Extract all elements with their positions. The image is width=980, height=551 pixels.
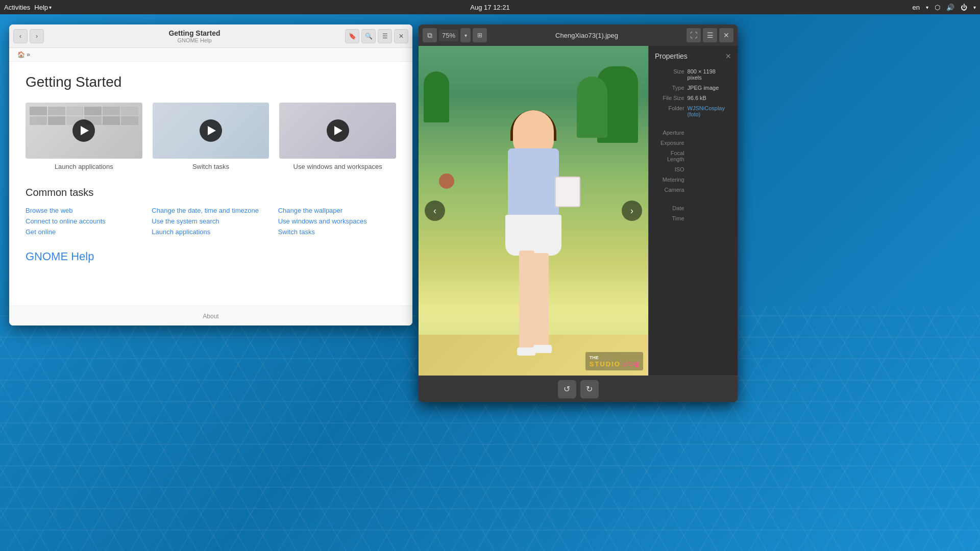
image-titlebar-left: ⧉ 75% ▾ ⊞ bbox=[423, 28, 487, 42]
chevron-right-icon: › bbox=[630, 206, 633, 216]
task-system-search[interactable]: Use the system search bbox=[152, 217, 270, 225]
zoom-chevron-button[interactable]: ▾ bbox=[460, 28, 471, 42]
prop-size-value: 800 × 1198 pixels bbox=[688, 68, 731, 81]
help-menu-label: Help bbox=[34, 4, 48, 11]
tasks-grid: Browse the web Change the date, time and… bbox=[26, 207, 396, 236]
help-footer: About bbox=[9, 306, 412, 325]
language-indicator[interactable]: en bbox=[913, 4, 920, 11]
prop-size-label: Size bbox=[655, 68, 688, 74]
task-switch-tasks[interactable]: Switch tasks bbox=[278, 228, 396, 236]
image-prev-button[interactable]: ‹ bbox=[425, 201, 445, 221]
play-button-workspaces[interactable] bbox=[327, 119, 349, 142]
prop-camera-label: Camera bbox=[655, 187, 688, 193]
prop-time-row: Time bbox=[655, 215, 731, 221]
photo-display bbox=[419, 46, 648, 375]
task-wallpaper[interactable]: Change the wallpaper bbox=[278, 207, 396, 214]
topbar-right: en ▾ ⬡ 🔊 ⏻ ▾ bbox=[913, 4, 980, 11]
prop-aperture-label: Aperture bbox=[655, 130, 688, 136]
task-launch-apps[interactable]: Launch applications bbox=[152, 228, 270, 236]
video-thumbnail-workspaces[interactable] bbox=[279, 103, 396, 159]
prop-exposure-label: Exposure bbox=[655, 140, 688, 146]
help-bookmark-button[interactable]: 🔖 bbox=[345, 29, 359, 43]
help-window-title: Getting Started bbox=[44, 29, 345, 37]
help-search-button[interactable]: 🔍 bbox=[361, 29, 376, 43]
prop-metering-row: Metering bbox=[655, 177, 731, 183]
person-leg-right bbox=[533, 253, 549, 353]
video-card-workspaces[interactable]: Use windows and workspaces bbox=[279, 103, 396, 170]
prop-camera-row: Camera bbox=[655, 187, 731, 193]
image-rotate-right-button[interactable]: ↻ bbox=[580, 380, 599, 398]
prop-filesize-value: 96.6 kB bbox=[688, 95, 731, 101]
image-rotate-left-button[interactable]: ↺ bbox=[558, 380, 576, 398]
topbar: Activities Help ▾ Aug 17 12:21 en ▾ ⬡ 🔊 … bbox=[0, 0, 980, 14]
prop-iso-row: ISO bbox=[655, 166, 731, 172]
sound-icon[interactable]: 🔊 bbox=[946, 4, 954, 11]
topbar-datetime[interactable]: Aug 17 12:21 bbox=[470, 4, 509, 11]
help-content: Getting Started bbox=[9, 62, 412, 306]
task-get-online[interactable]: Get online bbox=[26, 228, 143, 236]
prop-type-label: Type bbox=[655, 85, 688, 91]
about-link[interactable]: About bbox=[203, 313, 218, 320]
bg-sign bbox=[439, 173, 454, 189]
help-titlebar: ‹ › Getting Started GNOME Help 🔖 🔍 ☰ ✕ bbox=[9, 24, 412, 48]
chevron-down-icon[interactable]: ▾ bbox=[926, 5, 928, 10]
task-windows-workspaces[interactable]: Use windows and workspaces bbox=[278, 217, 396, 225]
chevron-left-icon: ‹ bbox=[433, 206, 436, 216]
image-next-button[interactable]: › bbox=[622, 201, 642, 221]
image-fullscreen-button[interactable]: ⛶ bbox=[687, 28, 701, 42]
power-icon[interactable]: ⏻ bbox=[961, 4, 967, 11]
play-button-switch[interactable] bbox=[200, 119, 222, 142]
help-actions: 🔖 🔍 ☰ ✕ bbox=[345, 29, 408, 43]
properties-header: Properties ✕ bbox=[655, 52, 731, 60]
prop-folder-label: Folder bbox=[655, 105, 688, 111]
person-bag bbox=[555, 177, 580, 207]
image-fit-button[interactable]: ⊞ bbox=[473, 28, 487, 42]
topbar-left: Activities Help ▾ bbox=[0, 4, 52, 11]
prop-iso-label: ISO bbox=[655, 166, 688, 172]
help-breadcrumb: 🏠 » bbox=[9, 48, 412, 62]
person-skirt bbox=[505, 215, 561, 256]
task-browse-web[interactable]: Browse the web bbox=[26, 207, 143, 214]
play-triangle-icon-3 bbox=[334, 126, 342, 135]
bg-tree-3 bbox=[424, 71, 449, 122]
prop-metering-label: Metering bbox=[655, 177, 688, 183]
task-date-time[interactable]: Change the date, time and timezone bbox=[152, 207, 270, 214]
properties-close-button[interactable]: ✕ bbox=[725, 52, 731, 60]
help-menu[interactable]: Help ▾ bbox=[34, 4, 52, 11]
video-card-switch[interactable]: Switch tasks bbox=[153, 103, 270, 170]
common-tasks-title: Common tasks bbox=[26, 187, 396, 198]
image-titlebar: ⧉ 75% ▾ ⊞ ChengXiao73(1).jpeg ⛶ ☰ ✕ bbox=[419, 24, 738, 46]
desktop: ‹ › Getting Started GNOME Help 🔖 🔍 ☰ ✕ 🏠… bbox=[0, 0, 980, 551]
image-copy-button[interactable]: ⧉ bbox=[423, 28, 437, 42]
help-close-button[interactable]: ✕ bbox=[394, 29, 408, 43]
network-icon[interactable]: ⬡ bbox=[935, 4, 940, 11]
prop-focal-row: Focal Length bbox=[655, 150, 731, 162]
help-window: ‹ › Getting Started GNOME Help 🔖 🔍 ☰ ✕ 🏠… bbox=[9, 24, 412, 325]
person-leg-left bbox=[519, 251, 534, 353]
image-bottom-toolbar: ↺ ↻ bbox=[419, 375, 738, 402]
video-thumbnail-switch[interactable] bbox=[153, 103, 270, 159]
video-label-workspaces: Use windows and workspaces bbox=[279, 163, 396, 170]
gnome-help-link[interactable]: GNOME Help bbox=[26, 250, 94, 263]
help-back-button[interactable]: ‹ bbox=[13, 29, 28, 43]
prop-date-label: Date bbox=[655, 205, 688, 211]
activities-button[interactable]: Activities bbox=[4, 4, 30, 11]
play-button-launch[interactable] bbox=[72, 119, 95, 142]
play-triangle-icon-2 bbox=[208, 126, 216, 135]
properties-title: Properties bbox=[655, 52, 688, 60]
help-menu-button[interactable]: ☰ bbox=[378, 29, 392, 43]
image-menu-button[interactable]: ☰ bbox=[703, 28, 717, 42]
watermark-studio: THE STUDIO 스디뗄 bbox=[590, 354, 639, 368]
prop-focal-label: Focal Length bbox=[655, 150, 688, 162]
prop-date-row: Date bbox=[655, 205, 731, 211]
photo-person bbox=[477, 110, 590, 375]
help-window-subtitle: GNOME Help bbox=[44, 37, 345, 43]
power-arrow[interactable]: ▾ bbox=[973, 5, 976, 10]
video-thumbnail-launch[interactable] bbox=[26, 103, 142, 159]
prop-folder-value[interactable]: WJSNiCosplay (foto) bbox=[688, 105, 731, 117]
task-online-accounts[interactable]: Connect to online accounts bbox=[26, 217, 143, 225]
image-close-button[interactable]: ✕ bbox=[719, 28, 733, 42]
help-forward-button[interactable]: › bbox=[30, 29, 44, 43]
prop-filesize-row: File Size 96.6 kB bbox=[655, 95, 731, 101]
video-card-launch[interactable]: Launch applications bbox=[26, 103, 142, 170]
